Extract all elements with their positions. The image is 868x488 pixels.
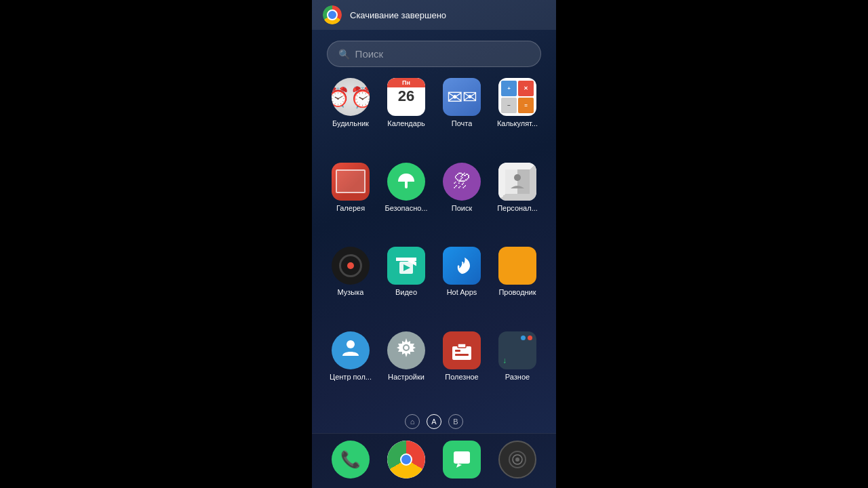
misc-download-icon: ↓	[502, 356, 507, 365]
app-alarm[interactable]: ⏰ Будильник	[326, 78, 376, 152]
camera-icon	[498, 441, 536, 479]
app-video[interactable]: Видео	[381, 247, 431, 321]
music-label: Музыка	[338, 288, 364, 296]
app-security[interactable]: Безопасно...	[381, 163, 431, 237]
app-mail[interactable]: ✉ Почта	[437, 78, 487, 152]
nav-b[interactable]: B	[448, 414, 463, 429]
app-useful[interactable]: Полезное	[437, 331, 487, 405]
dock-messages[interactable]	[437, 441, 487, 479]
personal-icon	[498, 163, 536, 201]
calc-btn-minus: −	[501, 98, 517, 113]
phone-icon	[332, 441, 370, 479]
svg-rect-13	[458, 344, 466, 348]
app-music[interactable]: Музыка	[326, 247, 376, 321]
mail-icon: ✉	[443, 78, 481, 116]
phone-screen: Скачивание завершено 🔍 Поиск ⏰ Будильник…	[312, 0, 556, 488]
calc-btn-eq: =	[518, 98, 534, 113]
app-misc[interactable]: ↓ Разное	[492, 331, 542, 405]
settings-label: Настройки	[388, 373, 425, 381]
messages-icon	[443, 441, 481, 479]
calc-label: Калькулят...	[497, 119, 538, 127]
calendar-day-name: Пн	[387, 78, 425, 87]
search-bar[interactable]: 🔍 Поиск	[327, 41, 542, 67]
app-usercenter[interactable]: Центр пол...	[326, 331, 376, 405]
gallery-icon	[332, 163, 370, 201]
app-grid: ⏰ Будильник Пн 26 Календарь ✉ Почта + ✕	[312, 73, 556, 410]
bottom-dock	[312, 433, 556, 488]
app-gallery[interactable]: Галерея	[326, 163, 376, 237]
files-icon	[498, 247, 536, 285]
security-icon	[387, 163, 425, 201]
search-icon: 🔍	[338, 49, 350, 60]
nav-a[interactable]: A	[427, 414, 441, 429]
app-calc[interactable]: + ✕ − = Калькулят...	[492, 78, 542, 152]
svg-point-8	[347, 340, 355, 348]
video-label: Видео	[395, 288, 417, 296]
app-files[interactable]: Проводник	[492, 247, 542, 321]
calendar-day-num: 26	[398, 89, 414, 104]
useful-label: Полезное	[445, 373, 478, 381]
svg-rect-14	[455, 350, 460, 352]
chrome-center-dot	[400, 453, 412, 466]
svg-rect-0	[505, 169, 517, 194]
gallery-label: Галерея	[336, 204, 365, 212]
usercenter-icon	[332, 331, 370, 369]
calc-btn-plus: +	[501, 81, 517, 96]
calendar-icon: Пн 26	[387, 78, 425, 116]
hotapps-label: Hot Apps	[447, 288, 477, 296]
svg-point-11	[404, 346, 408, 350]
app-hotapps[interactable]: Hot Apps	[437, 247, 487, 321]
svg-rect-12	[452, 346, 471, 360]
app-settings[interactable]: Настройки	[381, 331, 431, 405]
notification-chrome-icon	[323, 5, 342, 24]
search-app-icon: ⛈	[443, 163, 481, 201]
search-label: Поиск	[452, 204, 472, 212]
files-label: Проводник	[498, 288, 536, 296]
search-placeholder: Поиск	[355, 48, 384, 60]
app-search[interactable]: ⛈ Поиск	[437, 163, 487, 237]
calendar-label: Календарь	[387, 119, 425, 127]
settings-icon	[387, 331, 425, 369]
calc-icon: + ✕ − =	[498, 78, 536, 116]
hotapps-icon	[443, 247, 481, 285]
svg-point-2	[514, 174, 521, 181]
mail-label: Почта	[452, 119, 473, 127]
misc-label: Разное	[505, 373, 530, 381]
video-icon	[387, 247, 425, 285]
security-label: Безопасно...	[384, 204, 427, 212]
svg-point-19	[515, 458, 519, 462]
app-calendar[interactable]: Пн 26 Календарь	[381, 78, 431, 152]
nav-home[interactable]: ⌂	[405, 414, 420, 429]
dock-phone[interactable]	[326, 441, 376, 479]
svg-rect-15	[455, 354, 469, 356]
calc-btn-x: ✕	[518, 81, 534, 96]
alarm-label: Будильник	[332, 119, 369, 127]
dock-camera[interactable]	[492, 441, 542, 479]
useful-icon	[443, 331, 481, 369]
notification-bar: Скачивание завершено	[312, 0, 556, 30]
svg-rect-1	[517, 169, 530, 194]
alarm-icon: ⏰	[332, 78, 370, 116]
svg-rect-16	[454, 451, 470, 464]
music-icon	[332, 247, 370, 285]
notification-text: Скачивание завершено	[350, 10, 446, 20]
nav-dots: ⌂ A B	[405, 414, 463, 429]
misc-icon: ↓	[498, 331, 536, 369]
app-personal[interactable]: Персонал...	[492, 163, 542, 237]
chrome-icon	[387, 441, 425, 479]
personal-label: Персонал...	[497, 204, 538, 212]
dock-chrome[interactable]	[381, 441, 431, 479]
svg-rect-7	[507, 264, 528, 274]
usercenter-label: Центр пол...	[330, 373, 372, 381]
